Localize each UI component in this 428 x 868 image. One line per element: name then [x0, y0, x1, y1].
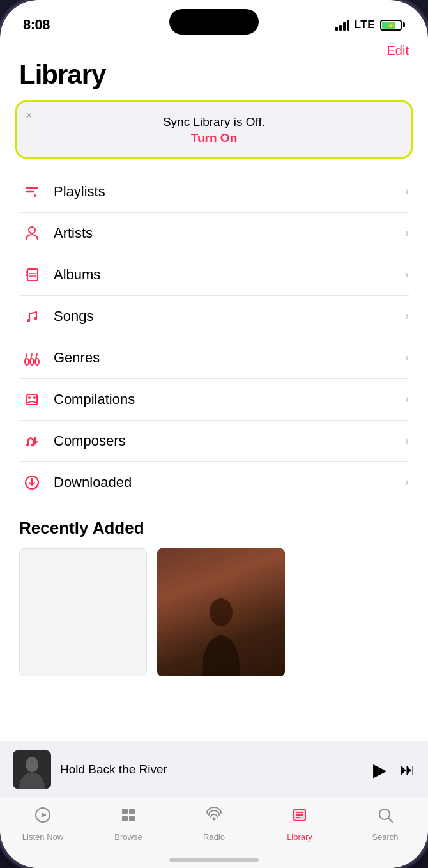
genres-label: Genres [54, 350, 405, 366]
status-right: LTE ⚡ [335, 19, 405, 31]
albums-label: Albums [54, 267, 405, 283]
now-playing-controls: ▶ ⏭ [373, 759, 415, 780]
phone-frame: 8:08 LTE ⚡ [0, 0, 428, 868]
songs-label: Songs [54, 308, 405, 325]
songs-chevron: › [405, 309, 409, 323]
now-playing-artwork-image [13, 750, 51, 789]
svg-marker-25 [42, 812, 47, 818]
svg-point-10 [34, 317, 37, 320]
search-icon [376, 806, 394, 828]
recently-added-title: Recently Added [19, 518, 409, 538]
downloaded-chevron: › [405, 476, 409, 489]
composers-label: Composers [54, 433, 405, 449]
home-indicator [169, 858, 259, 862]
dynamic-island [169, 9, 259, 35]
listen-now-icon [34, 806, 52, 828]
signal-icon [335, 20, 349, 31]
tab-item-search[interactable]: Search [360, 806, 411, 842]
menu-item-genres[interactable]: Genres › [19, 337, 409, 379]
phone-screen: 8:08 LTE ⚡ [0, 0, 428, 868]
carrier-text: LTE [355, 19, 375, 31]
composers-chevron: › [405, 434, 409, 447]
menu-item-albums[interactable]: Albums › [19, 254, 409, 296]
playlists-icon [19, 183, 45, 201]
now-playing-bar[interactable]: Hold Back the River ▶ ⏭ [0, 741, 428, 798]
svg-point-23 [26, 757, 38, 772]
svg-rect-6 [26, 274, 27, 276]
search-label: Search [372, 832, 398, 842]
compilations-label: Compilations [54, 391, 405, 408]
svg-point-30 [213, 818, 216, 821]
playlists-chevron: › [405, 185, 409, 198]
tab-item-browse[interactable]: Browse [103, 806, 154, 842]
recently-added-section: Recently Added [0, 503, 428, 676]
radio-label: Radio [203, 832, 225, 842]
now-playing-artwork [13, 750, 51, 789]
browse-label: Browse [114, 832, 142, 842]
svg-point-9 [27, 319, 30, 322]
browse-icon [119, 806, 137, 828]
svg-point-15 [28, 396, 31, 399]
svg-rect-26 [122, 809, 128, 814]
tab-item-listen-now[interactable]: Listen Now [17, 806, 68, 842]
album-thumb-2[interactable] [157, 548, 285, 676]
svg-point-19 [33, 442, 36, 445]
artists-chevron: › [405, 226, 409, 240]
genres-icon [19, 349, 45, 367]
tab-item-radio[interactable]: Radio [188, 806, 240, 842]
tab-bar: Listen Now Browse [0, 798, 428, 868]
svg-rect-5 [26, 271, 27, 273]
library-icon [291, 806, 309, 828]
menu-item-compilations[interactable]: Compilations › [19, 379, 409, 421]
sync-banner[interactable]: × Sync Library is Off. Turn On [15, 100, 413, 159]
album-thumb-1[interactable] [19, 548, 147, 676]
sync-turn-on-button[interactable]: Turn On [191, 131, 237, 145]
tab-item-library[interactable]: Library [274, 806, 325, 842]
svg-rect-29 [129, 816, 135, 821]
albums-chevron: › [405, 268, 409, 281]
menu-item-downloaded[interactable]: Downloaded › [19, 462, 409, 503]
menu-item-artists[interactable]: Artists › [19, 213, 409, 254]
battery-icon: ⚡ [380, 20, 405, 31]
genres-chevron: › [405, 351, 409, 364]
edit-row: Edit [0, 38, 428, 58]
svg-point-16 [33, 396, 36, 399]
albums-icon [19, 266, 45, 284]
artists-icon [19, 224, 45, 242]
compilations-chevron: › [405, 392, 409, 406]
menu-item-playlists[interactable]: Playlists › [19, 171, 409, 213]
svg-line-37 [388, 818, 392, 822]
composers-icon [19, 432, 45, 450]
playlists-label: Playlists [54, 183, 405, 200]
downloaded-icon [19, 474, 45, 492]
downloaded-label: Downloaded [54, 474, 405, 491]
menu-item-composers[interactable]: Composers › [19, 421, 409, 462]
svg-rect-28 [122, 816, 128, 821]
battery-bolt: ⚡ [387, 22, 395, 29]
artists-label: Artists [54, 225, 405, 242]
sync-message: Sync Library is Off. [163, 114, 265, 131]
svg-point-17 [26, 444, 29, 446]
recently-added-grid [19, 548, 409, 676]
edit-button[interactable]: Edit [387, 43, 409, 58]
compilations-icon [19, 391, 45, 408]
now-playing-title: Hold Back the River [60, 763, 364, 777]
sync-close-button[interactable]: × [26, 110, 32, 121]
svg-rect-27 [129, 809, 135, 814]
library-label: Library [287, 832, 312, 842]
listen-now-label: Listen Now [22, 832, 63, 842]
play-button[interactable]: ▶ [373, 759, 387, 780]
page-title: Library [0, 58, 428, 100]
songs-icon [19, 307, 45, 325]
skip-button[interactable]: ⏭ [400, 761, 415, 779]
svg-point-21 [210, 598, 233, 626]
svg-rect-4 [27, 269, 38, 281]
status-time: 8:08 [23, 17, 50, 33]
radio-icon [205, 806, 223, 828]
menu-list: Playlists › Artists › [0, 171, 428, 503]
menu-item-songs[interactable]: Songs › [19, 296, 409, 337]
